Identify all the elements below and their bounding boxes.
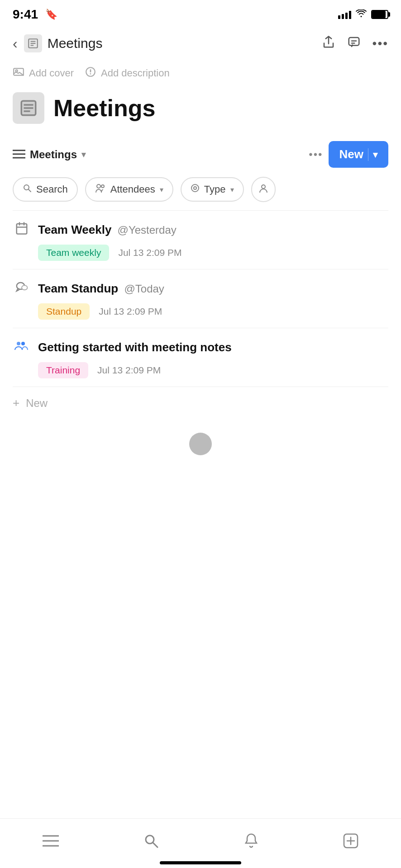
nav-search-button[interactable]	[143, 833, 159, 849]
header-title: Meetings	[48, 36, 322, 51]
svg-line-38	[153, 843, 158, 847]
svg-point-21	[97, 184, 100, 188]
avatar-icon	[258, 183, 268, 196]
search-icon	[23, 184, 32, 195]
search-label: Search	[36, 184, 68, 195]
meeting-tag: Training	[38, 362, 88, 378]
meeting-date: Jul 13 2:09 PM	[118, 247, 181, 258]
svg-line-20	[29, 189, 31, 192]
home-indicator	[160, 861, 241, 864]
meeting-time-rel: @Yesterday	[118, 224, 177, 236]
view-name-button[interactable]: Meetings ▾	[13, 148, 86, 161]
svg-rect-26	[17, 224, 27, 234]
page-title-icon	[13, 92, 44, 124]
attendees-chevron: ▾	[160, 185, 163, 194]
add-cover-icon	[13, 66, 24, 80]
filters-row: Search Attendees ▾ Type ▾	[0, 172, 401, 210]
type-icon	[191, 184, 200, 195]
meeting-tag: Standup	[38, 303, 90, 320]
back-button[interactable]: ‹	[13, 36, 18, 51]
add-new-button[interactable]: + New	[0, 387, 401, 419]
view-name-label: Meetings	[30, 148, 77, 161]
meeting-item[interactable]: Team Weekly @Yesterday Team weekly Jul 1…	[0, 211, 401, 269]
svg-point-31	[22, 285, 28, 290]
nav-add-button[interactable]	[343, 833, 358, 849]
meeting-title: Team Weekly @Yesterday	[38, 223, 177, 237]
status-time: 9:41	[13, 7, 38, 22]
meeting-title: Getting started with meeting notes	[38, 340, 234, 354]
type-chevron: ▾	[230, 185, 234, 194]
meeting-type-icon	[13, 280, 31, 297]
svg-point-11	[90, 73, 91, 75]
page-title: Meetings	[53, 94, 155, 122]
page-meta-toolbar: Add cover Add description	[0, 60, 401, 83]
meeting-date: Jul 13 2:09 PM	[99, 306, 162, 317]
meeting-type-icon	[13, 339, 31, 356]
new-button-label: New	[339, 147, 363, 161]
add-description-icon	[85, 66, 96, 80]
wifi-icon	[356, 9, 367, 20]
avatar-filter[interactable]	[251, 177, 276, 202]
status-bar: 9:41 🔖	[0, 0, 401, 27]
new-button-divider	[368, 148, 368, 161]
svg-point-24	[194, 187, 196, 189]
add-description-button[interactable]: Add description	[85, 66, 170, 80]
meeting-type-icon	[13, 222, 31, 238]
svg-point-23	[191, 184, 199, 192]
view-chevron-icon: ▾	[81, 150, 86, 160]
view-toolbar: Meetings ▾ ••• New ▾	[0, 137, 401, 172]
meeting-item[interactable]: Team Standup @Today Standup Jul 13 2:09 …	[0, 269, 401, 328]
meeting-item[interactable]: Getting started with meeting notes Train…	[0, 328, 401, 387]
header-actions: •••	[322, 35, 388, 52]
meeting-tag: Team weekly	[38, 245, 109, 261]
nav-notification-button[interactable]	[244, 833, 258, 849]
loading-indicator	[189, 433, 212, 455]
signal-bars	[338, 10, 351, 19]
new-button[interactable]: New ▾	[329, 141, 388, 168]
type-filter[interactable]: Type ▾	[181, 177, 244, 202]
battery-icon	[371, 10, 388, 19]
meeting-date: Jul 13 2:09 PM	[97, 365, 161, 376]
page-doc-icon	[24, 34, 42, 52]
attendees-filter[interactable]: Attendees ▾	[85, 177, 173, 202]
meeting-time-rel: @Today	[124, 283, 164, 295]
meetings-list: Team Weekly @Yesterday Team weekly Jul 1…	[0, 211, 401, 387]
search-filter[interactable]: Search	[13, 177, 78, 202]
status-icons	[338, 9, 388, 20]
comment-button[interactable]	[347, 35, 361, 52]
add-new-plus-icon: +	[13, 396, 19, 410]
add-cover-label: Add cover	[29, 67, 74, 79]
view-more-button[interactable]: •••	[309, 148, 323, 161]
new-button-chevron: ▾	[373, 149, 377, 160]
header: ‹ Meetings	[0, 27, 401, 60]
type-label: Type	[204, 184, 226, 195]
add-description-label: Add description	[101, 67, 170, 79]
svg-point-25	[262, 185, 265, 189]
svg-point-22	[101, 185, 104, 188]
meeting-title: Team Standup @Today	[38, 282, 164, 296]
svg-point-33	[21, 342, 25, 345]
attendees-label: Attendees	[110, 184, 155, 195]
more-button[interactable]: •••	[372, 36, 388, 51]
add-cover-button[interactable]: Add cover	[13, 66, 74, 80]
page-title-section: Meetings	[0, 83, 401, 137]
attendees-icon	[95, 184, 106, 195]
bookmark-icon: 🔖	[45, 9, 57, 20]
nav-list-button[interactable]	[43, 834, 59, 848]
add-new-label: New	[26, 397, 48, 410]
svg-point-32	[17, 342, 20, 345]
bottom-nav	[0, 818, 401, 868]
share-button[interactable]	[322, 35, 335, 52]
